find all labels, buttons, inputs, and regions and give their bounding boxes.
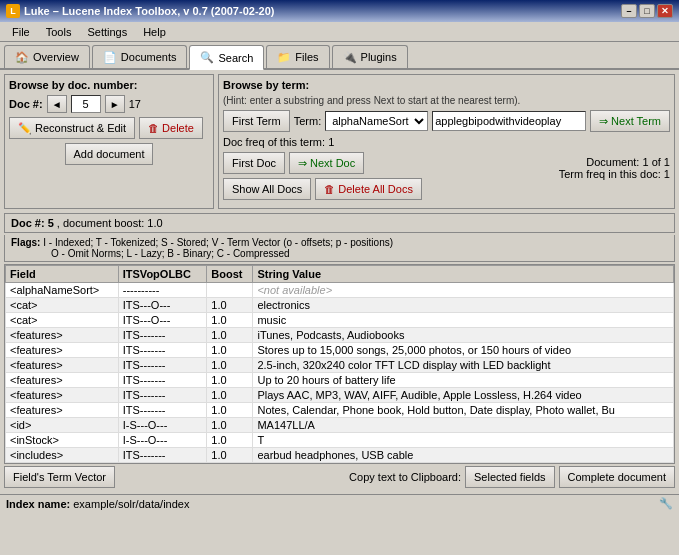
cell-value: 2.5-inch, 320x240 color TFT LCD display … — [253, 358, 674, 373]
flags-bar: Flags: I - Indexed; T - Tokenized; S - S… — [4, 235, 675, 262]
plugins-icon: 🔌 — [343, 51, 357, 64]
files-icon: 📁 — [277, 51, 291, 64]
table-row[interactable]: <features>ITS-------1.02.5-inch, 320x240… — [6, 358, 674, 373]
tab-files[interactable]: 📁 Files — [266, 45, 329, 68]
next-doc-button[interactable]: ⇒ Next Doc — [289, 152, 364, 174]
table-row[interactable]: <features>ITS-------1.0Notes, Calendar, … — [6, 403, 674, 418]
term-text-input[interactable] — [432, 111, 586, 131]
next-term-button[interactable]: ⇒ ⇒ Next Term Next Term — [590, 110, 670, 132]
cell-boost: 1.0 — [207, 298, 253, 313]
menu-settings[interactable]: Settings — [79, 24, 135, 40]
cell-field: <features> — [6, 373, 119, 388]
show-all-docs-button[interactable]: Show All Docs — [223, 178, 311, 200]
tab-documents[interactable]: 📄 Documents — [92, 45, 188, 68]
col-value: String Value — [253, 266, 674, 283]
close-button[interactable]: ✕ — [657, 4, 673, 18]
cell-flags: ITS---O--- — [118, 298, 207, 313]
app-icon: L — [6, 4, 20, 18]
edit-icon: ✏️ — [18, 122, 32, 135]
table-row[interactable]: <features>ITS-------1.0Up to 20 hours of… — [6, 373, 674, 388]
tab-overview[interactable]: 🏠 Overview — [4, 45, 90, 68]
cell-field: <cat> — [6, 298, 119, 313]
selected-fields-button[interactable]: Selected fields — [465, 466, 555, 488]
term-field-select[interactable]: alphaNameSort cat features id inStock — [325, 111, 428, 131]
table-row[interactable]: <cat>ITS---O---1.0music — [6, 313, 674, 328]
add-document-button[interactable]: Add document — [65, 143, 154, 165]
reconstruct-edit-button[interactable]: ✏️ Reconstruct & Edit — [9, 117, 135, 139]
title-text: Luke – Lucene Index Toolbox, v 0.7 (2007… — [24, 5, 274, 17]
cell-field: <features> — [6, 343, 119, 358]
cell-flags: I-S---O--- — [118, 418, 207, 433]
menu-file[interactable]: File — [4, 24, 38, 40]
doc-number-display: Doc #: 5 — [11, 217, 54, 229]
tab-plugins[interactable]: 🔌 Plugins — [332, 45, 408, 68]
maximize-button[interactable]: □ — [639, 4, 655, 18]
fields-table: Field ITSVopOLBC Boost String Value <alp… — [5, 265, 674, 463]
cell-flags: ITS------- — [118, 328, 207, 343]
cell-boost: 1.0 — [207, 388, 253, 403]
cell-field: <includes> — [6, 448, 119, 463]
col-field: Field — [6, 266, 119, 283]
table-row[interactable]: <inStock>I-S---O---1.0T — [6, 433, 674, 448]
menu-help[interactable]: Help — [135, 24, 174, 40]
first-term-button[interactable]: First Term — [223, 110, 290, 132]
delete-doc-button[interactable]: 🗑 Delete — [139, 117, 203, 139]
cell-flags: ITS------- — [118, 343, 207, 358]
cell-field: <inStock> — [6, 433, 119, 448]
minimize-button[interactable]: – — [621, 4, 637, 18]
table-row[interactable]: <includes>ITS-------1.0earbud headphones… — [6, 448, 674, 463]
table-row[interactable]: <features>ITS-------1.0iTunes, Podcasts,… — [6, 328, 674, 343]
doc-info-right: Document: 1 of 1 Term freq in this doc: … — [559, 152, 670, 180]
flags-label: Flags: — [11, 237, 43, 248]
overview-icon: 🏠 — [15, 51, 29, 64]
cell-boost: 1.0 — [207, 418, 253, 433]
doc-number-input[interactable] — [71, 95, 101, 113]
cell-value: Notes, Calendar, Phone book, Hold button… — [253, 403, 674, 418]
browse-term-title: Browse by term: — [223, 79, 670, 91]
cell-flags: ITS---O--- — [118, 313, 207, 328]
cell-boost: 1.0 — [207, 373, 253, 388]
term-vector-button[interactable]: Field's Term Vector — [4, 466, 115, 488]
cell-boost: 1.0 — [207, 343, 253, 358]
cell-flags: ITS------- — [118, 358, 207, 373]
cell-flags: I-S---O--- — [118, 433, 207, 448]
bottom-bar: Field's Term Vector Copy text to Clipboa… — [4, 466, 675, 488]
cell-value: Plays AAC, MP3, WAV, AIFF, Audible, Appl… — [253, 388, 674, 403]
index-info: Index name: example/solr/data/index — [6, 498, 189, 510]
table-row[interactable]: <id>I-S---O---1.0MA147LL/A — [6, 418, 674, 433]
term-freq-label: Doc freq of this term: 1 — [223, 136, 670, 148]
cell-boost: 1.0 — [207, 433, 253, 448]
cell-value: Stores up to 15,000 songs, 25,000 photos… — [253, 343, 674, 358]
table-row[interactable]: <features>ITS-------1.0Stores up to 15,0… — [6, 343, 674, 358]
browse-by-term-section: Browse by term: (Hint: enter a substring… — [218, 74, 675, 209]
copy-clipboard-section: Copy text to Clipboard: Selected fields … — [349, 466, 675, 488]
cell-flags: ITS------- — [118, 388, 207, 403]
tab-search[interactable]: 🔍 Search — [189, 45, 264, 70]
first-doc-button[interactable]: First Doc — [223, 152, 285, 174]
complete-document-button[interactable]: Complete document — [559, 466, 675, 488]
menu-tools[interactable]: Tools — [38, 24, 80, 40]
tab-bar: 🏠 Overview 📄 Documents 🔍 Search 📁 Files … — [0, 42, 679, 70]
cell-field: <alphaNameSort> — [6, 283, 119, 298]
cell-value: earbud headphones, USB cable — [253, 448, 674, 463]
cell-field: <features> — [6, 328, 119, 343]
cell-boost: 1.0 — [207, 313, 253, 328]
cell-flags: ITS------- — [118, 448, 207, 463]
browse-by-doc-section: Browse by doc. number: Doc #: ◄ ► 17 ✏️ … — [4, 74, 214, 209]
doc-next-button[interactable]: ► — [105, 95, 125, 113]
delete-all-icon: 🗑 — [324, 183, 335, 195]
doc-number-row: Doc #: ◄ ► 17 — [9, 95, 209, 113]
main-content: Browse by doc. number: Doc #: ◄ ► 17 ✏️ … — [0, 70, 679, 494]
doc-info-bar: Doc #: 5 , document boost: 1.0 — [4, 213, 675, 233]
doc-all-row: Show All Docs 🗑 Delete All Docs — [223, 178, 422, 200]
browse-term-hint: (Hint: enter a substring and press Next … — [223, 95, 670, 106]
delete-icon: 🗑 — [148, 122, 159, 134]
doc-prev-button[interactable]: ◄ — [47, 95, 67, 113]
doc-action-row: ✏️ Reconstruct & Edit 🗑 Delete — [9, 117, 209, 139]
table-row[interactable]: <alphaNameSort>----------<not available> — [6, 283, 674, 298]
table-row[interactable]: <features>ITS-------1.0Plays AAC, MP3, W… — [6, 388, 674, 403]
cell-field: <id> — [6, 418, 119, 433]
doc-nav-row: First Doc ⇒ Next Doc — [223, 152, 422, 174]
delete-all-docs-button[interactable]: 🗑 Delete All Docs — [315, 178, 422, 200]
table-row[interactable]: <cat>ITS---O---1.0electronics — [6, 298, 674, 313]
